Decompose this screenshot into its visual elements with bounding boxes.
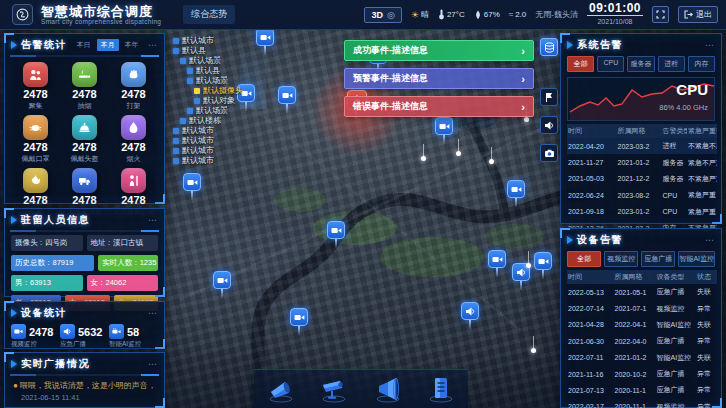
panel-menu-dots[interactable]: ⋯ <box>148 215 158 225</box>
map-camera-marker[interactable] <box>213 271 231 298</box>
table-row[interactable]: 2022-04-20 2023-03-2 进程 不紧急不严重 <box>567 138 717 154</box>
layer-tree-item[interactable]: 默认县 <box>170 66 256 76</box>
camera-icon <box>492 254 503 265</box>
map-camera-marker[interactable] <box>256 28 274 55</box>
system-alarm-tab[interactable]: CPU <box>597 56 624 72</box>
flag-icon <box>544 92 554 103</box>
layer-icon <box>187 108 193 114</box>
layer-tree-item[interactable]: 默认县 <box>170 46 256 56</box>
nav-tab-overview[interactable]: 综合态势 <box>183 5 235 24</box>
table-row[interactable]: 2022-07-14 2021-07-1 视频监控 异常 <box>567 300 717 316</box>
map-camera-marker[interactable] <box>534 252 552 279</box>
device-stat-video[interactable]: 2478 视频监控 <box>11 324 60 349</box>
device-alarm-tab[interactable]: 视频监控 <box>604 251 638 267</box>
panel-menu-dots[interactable]: ⋯ <box>705 235 715 245</box>
panel-menu-dots[interactable]: ⋯ <box>148 40 158 50</box>
layer-tree-item[interactable]: 默认楼栋 <box>170 116 256 126</box>
chevron-right-icon[interactable]: › <box>521 73 525 85</box>
map-camera-marker[interactable] <box>507 180 525 207</box>
toast-warning[interactable]: 预警事件-描述信息 › <box>344 68 534 89</box>
cell-type: 视频监控 <box>656 399 697 408</box>
layer-tree-item[interactable]: 默认摄像头 <box>170 86 256 96</box>
alarm-tab[interactable]: 本年 <box>121 39 143 51</box>
table-row[interactable]: 2022-07-11 2021-01-2 智能AI监控 失联 <box>567 350 717 366</box>
panel-menu-dots[interactable]: ⋯ <box>148 359 158 369</box>
3d-mode-button[interactable]: 3D ◎ <box>364 7 401 23</box>
table-row[interactable]: 2021-07-13 2020-11-1 应急广播 异常 <box>567 382 717 398</box>
layer-tree-item[interactable]: 默认场景 <box>170 106 256 116</box>
alarm-stat-fighting[interactable]: 2478 打架 <box>109 62 158 111</box>
cctv-dock-button[interactable] <box>319 374 349 404</box>
map-camera-marker[interactable] <box>327 221 345 248</box>
wind-icon: ≈ <box>509 10 513 19</box>
device-alarm-tab[interactable]: 智能AI监控 <box>678 251 715 267</box>
map-camera-marker[interactable] <box>278 86 296 113</box>
system-alarm-tab[interactable]: 服务器 <box>627 56 654 72</box>
map-camera-marker[interactable] <box>183 173 201 200</box>
layer-tree-item[interactable]: 默认场景 <box>170 76 256 86</box>
speaker-tool-button[interactable] <box>540 116 558 134</box>
map-speaker-marker[interactable] <box>461 302 479 329</box>
device-stat-broadcast[interactable]: 5632 应急广播 <box>60 324 109 349</box>
database-tool-button[interactable] <box>540 38 558 56</box>
table-row[interactable]: 2021-06-30 2022-04-0 应急广播 异常 <box>567 333 717 349</box>
map-camera-marker[interactable] <box>290 308 308 335</box>
map-point-marker[interactable] <box>456 151 461 156</box>
alarm-tab[interactable]: 本日 <box>73 39 95 51</box>
panel-menu-dots[interactable]: ⋯ <box>148 308 158 318</box>
broadcast-message: ●喂喂，我说话清楚，这是小明的声音， <box>5 379 164 391</box>
map-point-marker[interactable] <box>489 159 494 164</box>
layer-tree-item[interactable]: 默认对象 <box>170 96 256 106</box>
map-point-marker[interactable] <box>531 348 536 353</box>
alarm-stat-smoking[interactable]: 2478 抽烟 <box>60 62 109 111</box>
layer-tree-item[interactable]: 默认城市 <box>170 146 256 156</box>
chevron-right-icon[interactable]: › <box>521 101 525 113</box>
female-count: 女：24062 <box>87 275 159 291</box>
map-camera-marker[interactable] <box>488 250 506 277</box>
chevron-right-icon[interactable]: › <box>521 45 525 57</box>
alert-flag-tool-button[interactable] <box>540 88 558 106</box>
alarm-stat-mask[interactable]: 2478 佩戴口罩 <box>11 115 60 164</box>
system-alarm-tab[interactable]: 全部 <box>567 56 594 72</box>
layer-tree-item[interactable]: 默认城市 <box>170 136 256 146</box>
table-row[interactable]: 2021-11-27 2021-01-2 服务器 紧急不严重 <box>567 154 717 170</box>
logout-button[interactable]: 退出 <box>678 6 718 23</box>
device-alarm-tab[interactable]: 应急广播 <box>641 251 675 267</box>
layer-tree-item[interactable]: 默认城市 <box>170 126 256 136</box>
map-point-marker[interactable] <box>524 117 529 122</box>
system-alarm-tab[interactable]: 内存 <box>688 56 715 72</box>
table-row[interactable]: 2022-02-17 2020-11-1 视频监控 异常 <box>567 399 717 408</box>
alarm-dock-button[interactable] <box>266 374 296 404</box>
layer-tree-item[interactable]: 默认城市 <box>170 156 256 166</box>
table-row[interactable]: 2022-05-13 2021-05-1 应急广播 失联 <box>567 284 717 300</box>
alarm-stat-smoke-fire[interactable]: 2478 烟火 <box>109 115 158 164</box>
table-row[interactable]: 2021-09-18 2023-01-2 CPU 紧急严重 <box>567 204 717 220</box>
table-row[interactable]: 2021-04-28 2022-04-1 智能AI监控 失联 <box>567 317 717 333</box>
camera-tool-button[interactable] <box>540 144 558 162</box>
system-alarm-tab[interactable]: 进程 <box>658 56 685 72</box>
person-boundary-icon <box>121 168 146 193</box>
table-row[interactable]: 2021-11-16 2020-10-2 应急广播 异常 <box>567 366 717 382</box>
map-point-marker[interactable] <box>421 156 426 161</box>
panel-menu-dots[interactable]: ⋯ <box>705 40 715 50</box>
alarm-tab[interactable]: 本月 <box>97 39 119 51</box>
map-camera-marker[interactable] <box>435 117 453 144</box>
alarm-label: 聚集 <box>29 101 43 111</box>
fullscreen-button[interactable] <box>652 6 669 23</box>
device-alarm-tab[interactable]: 全部 <box>567 251 601 267</box>
server-dock-button[interactable] <box>426 374 456 404</box>
cell-time: 2022-06-24 <box>567 187 617 203</box>
toast-success[interactable]: 成功事件-描述信息 › <box>344 40 534 61</box>
loudspeaker-dock-button[interactable] <box>373 374 403 404</box>
device-stat-label: 视频监控 <box>11 340 60 349</box>
alarm-stat-helmet[interactable]: 2478 佩戴头盔 <box>60 115 109 164</box>
map-point-marker[interactable] <box>526 263 531 268</box>
table-row[interactable]: 2021-05-03 2021-12-2 服务器 不紧急严重 <box>567 171 717 187</box>
layer-tree-item[interactable]: 默认城市 <box>170 36 256 46</box>
table-row[interactable]: 2022-06-24 2023-08-2 CPU 紧急严重 <box>567 187 717 203</box>
layer-tree-item[interactable]: 默认场景 <box>170 56 256 66</box>
device-stat-ai[interactable]: 58 智能AI监控 <box>109 324 158 349</box>
toast-error[interactable]: 错误事件-描述信息 › <box>344 96 534 117</box>
alarm-stat-crowd[interactable]: 2478 聚集 <box>11 62 60 111</box>
cell-status: 异常 <box>696 382 717 398</box>
